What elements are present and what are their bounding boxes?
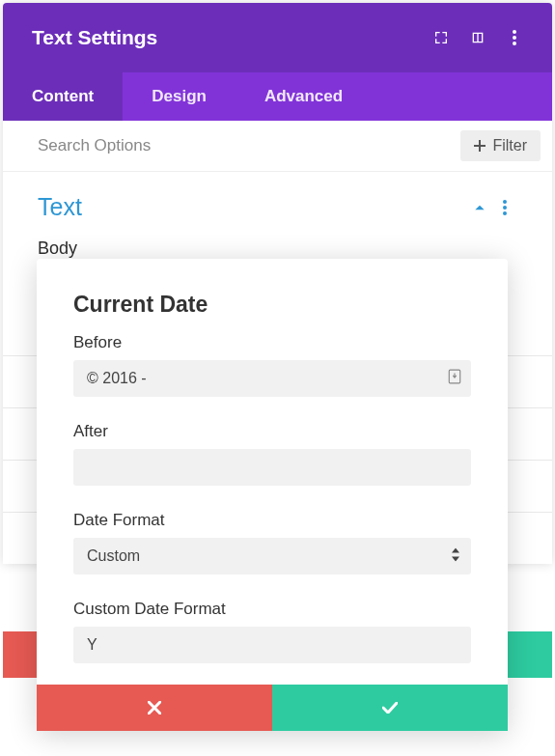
- section-more-icon[interactable]: [492, 200, 517, 215]
- filter-label: Filter: [492, 137, 527, 154]
- tabs: Content Design Advanced: [3, 72, 552, 121]
- columns-icon[interactable]: [459, 19, 496, 56]
- search-bar: Filter: [3, 121, 552, 172]
- collapse-icon[interactable]: [467, 201, 492, 214]
- tab-design[interactable]: Design: [123, 72, 236, 121]
- current-date-modal: Current Date Before After Date Format Cu…: [37, 259, 508, 731]
- title-bar: Text Settings: [3, 3, 552, 72]
- dynamic-content-icon[interactable]: [448, 369, 461, 388]
- search-input[interactable]: [38, 136, 460, 155]
- custom-format-input[interactable]: [73, 627, 471, 663]
- section-title: Text: [38, 193, 467, 221]
- tab-advanced[interactable]: Advanced: [236, 72, 372, 121]
- modal-action-bar: [37, 685, 508, 731]
- before-label: Before: [73, 333, 471, 352]
- modal-cancel-button[interactable]: [37, 685, 272, 731]
- plus-icon: [474, 140, 486, 152]
- before-input[interactable]: [73, 360, 471, 397]
- panel-title: Text Settings: [32, 26, 423, 49]
- section-header: Text: [3, 172, 552, 231]
- more-vertical-icon[interactable]: [496, 19, 533, 56]
- svg-point-5: [503, 211, 507, 215]
- date-format-label: Date Format: [73, 511, 471, 530]
- date-format-select[interactable]: Custom: [73, 538, 471, 574]
- modal-confirm-button[interactable]: [272, 685, 508, 731]
- svg-point-1: [513, 36, 516, 40]
- body-label: Body: [3, 231, 552, 259]
- check-icon: [382, 702, 398, 714]
- svg-point-3: [503, 200, 507, 204]
- modal-title: Current Date: [73, 292, 471, 318]
- svg-point-4: [503, 206, 507, 210]
- close-icon: [148, 701, 161, 714]
- after-input[interactable]: [73, 449, 471, 486]
- after-label: After: [73, 422, 471, 441]
- expand-icon[interactable]: [423, 19, 459, 56]
- select-caret-icon: [452, 548, 459, 565]
- svg-point-0: [513, 30, 516, 34]
- tab-content[interactable]: Content: [3, 72, 123, 121]
- filter-button[interactable]: Filter: [460, 130, 541, 161]
- custom-format-label: Custom Date Format: [73, 600, 471, 619]
- svg-point-2: [513, 42, 516, 45]
